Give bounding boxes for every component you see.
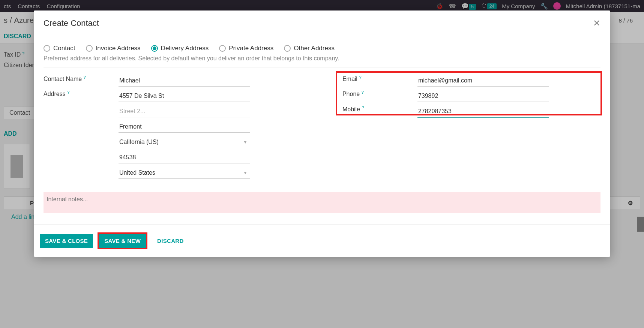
close-icon[interactable]: ✕ [593,18,600,28]
street2-input[interactable] [119,106,250,117]
help-icon[interactable]: ? [362,90,364,94]
radio-contact[interactable]: Contact [44,45,75,52]
hint-text: Preferred address for all deliveries. Se… [34,55,610,67]
city-input[interactable] [119,121,250,133]
address-type-radios: Contact Invoice Address Delivery Address… [34,37,610,55]
email-input[interactable] [417,75,549,87]
contact-name-label: Contact Name [44,76,82,82]
country-select[interactable] [119,167,250,179]
contact-name-input[interactable] [119,75,250,87]
radio-other[interactable]: Other Address [284,45,335,52]
create-contact-modal: Create Contact ✕ Contact Invoice Address… [34,10,610,232]
help-icon[interactable]: ? [67,90,69,94]
state-select[interactable] [119,136,250,148]
internal-notes-input[interactable] [44,192,600,213]
radio-invoice[interactable]: Invoice Address [86,45,141,52]
address-label: Address [44,91,66,97]
street-input[interactable] [119,90,250,102]
mobile-input[interactable] [417,106,549,118]
radio-private[interactable]: Private Address [219,45,273,52]
mobile-label: Mobile [342,106,360,112]
help-icon[interactable]: ? [84,75,86,79]
help-icon[interactable]: ? [362,105,364,110]
phone-input[interactable] [417,90,549,102]
radio-delivery[interactable]: Delivery Address [151,45,209,52]
zip-input[interactable] [119,152,250,163]
modal-title: Create Contact [44,18,99,28]
email-label: Email [342,76,357,82]
phone-label: Phone [342,91,360,97]
help-icon[interactable]: ? [359,75,361,79]
